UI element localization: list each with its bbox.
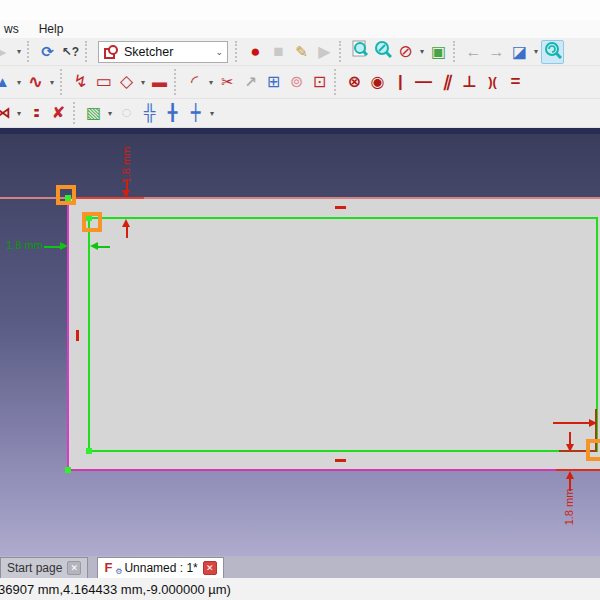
whats-this-icon[interactable]: ↖? xyxy=(59,40,82,64)
constrain-tangent-icon[interactable]: )( xyxy=(481,70,504,94)
nav-forward-icon[interactable]: → xyxy=(485,40,508,64)
chevron-down-icon[interactable]: ▾ xyxy=(531,47,541,56)
polygon-tool-icon[interactable]: ◇ xyxy=(115,70,138,94)
dimension-extension-bottom xyxy=(556,469,600,471)
selection-handle-sketch-top-left[interactable] xyxy=(82,212,102,232)
chevron-down-icon[interactable]: ▾ xyxy=(14,78,24,87)
toolbar-grip[interactable] xyxy=(453,41,459,62)
cursor-coordinates: 36907 mm,4.164433 mm,-9.000000 µm) xyxy=(0,582,231,597)
cone-primitive-icon[interactable]: ▲ xyxy=(0,70,14,94)
dimension-line xyxy=(569,432,571,444)
toolbar-grip[interactable] xyxy=(174,69,180,95)
carbon-copy-icon[interactable]: ⊚ xyxy=(285,70,308,94)
bspline-degree-icon[interactable]: ╬ xyxy=(138,101,161,125)
nav-back-icon[interactable]: ← xyxy=(462,40,485,64)
toolbar-grip[interactable] xyxy=(60,69,66,95)
chevron-down-icon[interactable]: ▾ xyxy=(207,109,217,118)
document-tab-bar: Start page ✕ F⚙ Unnamed : 1* ✕ xyxy=(0,556,600,578)
menu-item-help[interactable]: Help xyxy=(37,22,66,36)
chevron-down-icon[interactable]: ▾ xyxy=(14,109,24,118)
chevron-down-icon[interactable]: ▾ xyxy=(138,78,148,87)
constrain-symmetric-icon[interactable]: ⋈ xyxy=(0,101,14,125)
menu-bar: ws Help xyxy=(0,20,600,38)
workbench-selector[interactable]: Sketcher ⌄ xyxy=(98,41,228,63)
toolbar-standard: ▸ ▾ ⟳ ↖? Sketcher ⌄ ● ■ ✎ ▶ ⊘ ▾ ▣ ← → ◪ … xyxy=(0,38,600,66)
sketch-rectangle[interactable] xyxy=(88,217,598,452)
bspline-icon[interactable]: ∿ xyxy=(24,70,47,94)
constrain-vertical-icon[interactable]: | xyxy=(389,70,412,94)
draw-style-icon[interactable]: ⊘ xyxy=(394,40,417,64)
chevron-down-icon[interactable]: ▾ xyxy=(206,78,216,87)
status-bar: 36907 mm,4.164433 mm,-9.000000 µm) xyxy=(0,578,600,600)
toolbar-grip[interactable] xyxy=(235,41,241,62)
refresh-icon[interactable]: ⟳ xyxy=(36,40,59,64)
macro-stop-icon[interactable]: ■ xyxy=(267,40,290,64)
constrain-coincident-icon[interactable]: ⊗ xyxy=(343,70,366,94)
tab-unnamed-document[interactable]: F⚙ Unnamed : 1* ✕ xyxy=(97,557,223,578)
isometric-view-icon[interactable]: ◪ xyxy=(508,40,531,64)
box-selection-icon[interactable]: ▣ xyxy=(427,40,450,64)
workbench-selector-value: Sketcher xyxy=(124,45,173,59)
nav-prev-icon[interactable]: ▸ xyxy=(0,40,14,64)
fit-all-icon[interactable] xyxy=(348,40,371,64)
bspline-polygon-icon[interactable]: ╋ xyxy=(161,101,184,125)
dimension-extension-top xyxy=(70,197,144,199)
constrain-equal-icon[interactable]: = xyxy=(504,70,527,94)
toolbar-grip[interactable] xyxy=(339,41,345,62)
dimension-label-left[interactable]: 1.8 mm xyxy=(6,239,43,251)
tab-label: Start page xyxy=(7,561,62,575)
toolbar-grip[interactable] xyxy=(27,41,33,62)
selection-handle-sketch-bottom-right[interactable] xyxy=(586,439,600,461)
vertex-sketch-bottom-left[interactable] xyxy=(86,448,92,454)
zoom-tool-icon-active[interactable] xyxy=(541,40,564,64)
arrow-up-icon xyxy=(122,219,130,227)
fit-selection-icon[interactable] xyxy=(371,40,394,64)
chevron-down-icon[interactable]: ▾ xyxy=(417,47,427,56)
vertex-outer-bottom-left[interactable] xyxy=(65,467,71,473)
toolbar-grip[interactable] xyxy=(85,41,91,62)
constrain-horizontal-icon[interactable]: — xyxy=(412,70,435,94)
toolbar-grip[interactable] xyxy=(334,69,340,95)
tab-label: Unnamed : 1* xyxy=(124,561,197,575)
macro-edit-icon[interactable]: ✎ xyxy=(290,40,313,64)
chevron-down-icon[interactable]: ▾ xyxy=(47,78,57,87)
close-icon[interactable]: ✕ xyxy=(203,561,217,575)
external-geometry-icon[interactable]: ⊞ xyxy=(262,70,285,94)
slot-tool-icon[interactable]: ▬ xyxy=(148,70,171,94)
internal-geometry-icon[interactable]: ◌ xyxy=(115,101,138,125)
dimension-line xyxy=(98,246,110,248)
title-bar xyxy=(0,0,600,20)
constrain-point-on-object-icon[interactable]: ◉ xyxy=(366,70,389,94)
constrain-perpendicular-icon[interactable]: ⊥ xyxy=(458,70,481,94)
chevron-down-icon[interactable]: ▾ xyxy=(105,109,115,118)
select-elements-icon[interactable]: ▧ xyxy=(82,101,105,125)
arrow-right-icon xyxy=(589,419,597,427)
horizontal-constraint-marker-top[interactable] xyxy=(335,206,346,209)
selection-handle-outer-top-left[interactable] xyxy=(56,185,76,205)
bspline-comb-icon[interactable]: ┿ xyxy=(184,101,207,125)
toolbar-grip[interactable] xyxy=(73,102,79,124)
constrain-distance-icon[interactable]: ∶∶ xyxy=(24,101,47,125)
delete-constraints-icon[interactable]: ✘ xyxy=(47,101,70,125)
close-icon[interactable]: ✕ xyxy=(67,561,81,575)
polyline-icon[interactable]: ↯ xyxy=(69,70,92,94)
macro-play-icon[interactable]: ▶ xyxy=(313,40,336,64)
freecad-document-icon: F⚙ xyxy=(104,561,119,576)
outer-left-edge[interactable] xyxy=(67,197,69,471)
fillet-tool-icon[interactable]: ◜ xyxy=(183,70,206,94)
macro-record-icon[interactable]: ● xyxy=(244,40,267,64)
construction-mode-icon[interactable]: ⊡ xyxy=(308,70,331,94)
horizontal-constraint-marker-bottom[interactable] xyxy=(335,459,346,462)
trim-tool-icon[interactable]: ✂ xyxy=(216,70,239,94)
3d-viewport[interactable]: 1.8 mm 1.8 mm 1.8 mm xyxy=(0,134,600,556)
dimension-label-bottom-right[interactable]: 1.8 mm xyxy=(563,484,577,530)
rectangle-tool-icon[interactable]: ▭ xyxy=(92,70,115,94)
vertical-constraint-marker[interactable] xyxy=(76,330,79,341)
chevron-down-icon[interactable]: ▾ xyxy=(14,47,24,56)
tab-start-page[interactable]: Start page ✕ xyxy=(0,557,88,578)
extend-tool-icon[interactable]: ↗ xyxy=(239,70,262,94)
dimension-line xyxy=(126,227,128,238)
menu-item-windows-clipped[interactable]: ws xyxy=(2,22,21,36)
outer-bottom-edge[interactable] xyxy=(67,469,600,471)
constrain-parallel-icon[interactable]: ∥ xyxy=(435,70,458,94)
